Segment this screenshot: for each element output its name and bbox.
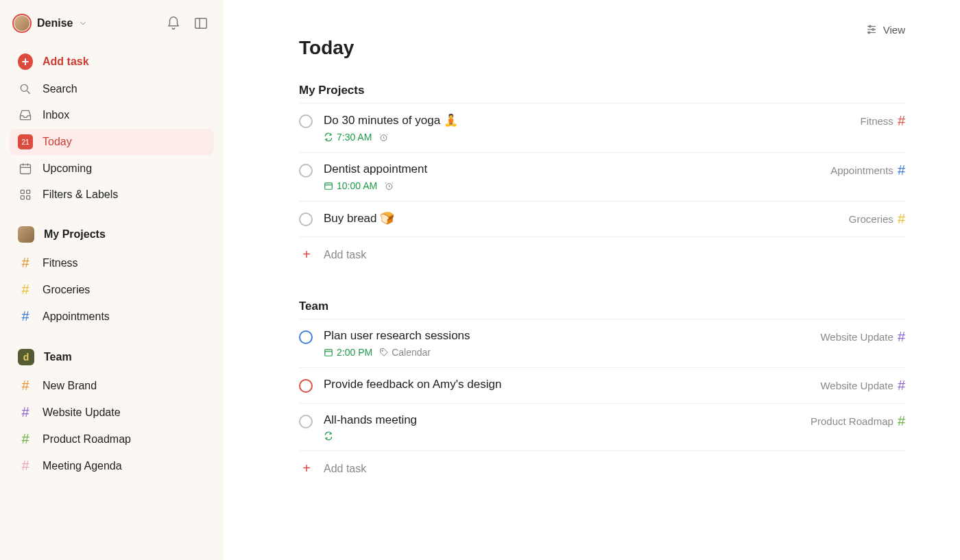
task-meta: 2:00 PMCalendar	[324, 347, 784, 358]
add-task-inline[interactable]: +Add task	[299, 237, 905, 272]
task-project-tag[interactable]: Fitness#	[861, 113, 905, 129]
hash-icon: #	[898, 113, 905, 129]
task-row[interactable]: Do 30 minutes of yoga 🧘7:30 AMFitness#	[299, 104, 905, 153]
task-title: Plan user research sessions	[324, 329, 784, 343]
task-title: Do 30 minutes of yoga 🧘	[324, 113, 784, 127]
task-title: All-hands meeting	[324, 413, 784, 427]
task-checkbox[interactable]	[299, 212, 313, 226]
sidebar-section-my-projects[interactable]: My Projects	[10, 221, 214, 248]
task-project-tag[interactable]: Website Update#	[820, 329, 905, 345]
sidebar-item-search[interactable]: Search	[10, 77, 214, 101]
hash-icon: #	[18, 308, 33, 324]
svg-rect-9	[27, 190, 30, 193]
task-row[interactable]: Buy bread 🍞Groceries#	[299, 202, 905, 237]
alarm-icon	[384, 181, 394, 191]
task-row[interactable]: Plan user research sessions2:00 PMCalend…	[299, 319, 905, 368]
account-switcher[interactable]: Denise	[12, 14, 88, 33]
hash-icon: #	[898, 378, 905, 393]
recurring-icon	[324, 431, 333, 441]
hash-icon: #	[18, 431, 33, 447]
hash-icon: #	[18, 282, 33, 297]
task-time: 10:00 AM	[337, 180, 377, 191]
chevron-down-icon	[78, 19, 88, 28]
avatar	[12, 14, 32, 33]
sidebar-item-label: Product Roadmap	[43, 433, 131, 446]
plus-icon: +	[299, 247, 314, 263]
task-section: TeamPlan user research sessions2:00 PMCa…	[299, 300, 905, 486]
sidebar-project-item[interactable]: #Meeting Agenda	[10, 452, 214, 479]
task-project-label: Website Update	[820, 331, 893, 343]
task-row[interactable]: Provide feedback on Amy's designWebsite …	[299, 368, 905, 404]
sidebar-top: Denise	[10, 11, 214, 47]
sidebar-item-label: New Brand	[43, 380, 97, 392]
svg-rect-4	[21, 165, 31, 173]
task-project-tag[interactable]: Website Update#	[820, 378, 905, 393]
task-row[interactable]: Dentist appointment10:00 AMAppointments#	[299, 153, 905, 202]
section-title: Team	[299, 300, 905, 313]
team-avatar-icon: d	[18, 349, 34, 365]
hash-icon: #	[18, 458, 33, 474]
calendar-upcoming-icon	[18, 162, 33, 175]
task-checkbox[interactable]	[299, 415, 313, 428]
sliders-icon	[865, 23, 878, 36]
sidebar-project-item[interactable]: #Appointments	[10, 303, 214, 330]
task-checkbox[interactable]	[299, 330, 313, 344]
account-name: Denise	[37, 17, 73, 29]
toggle-sidebar-icon[interactable]	[193, 16, 208, 31]
task-checkbox[interactable]	[299, 379, 313, 393]
task-project-tag[interactable]: Groceries#	[849, 211, 905, 227]
sidebar-item-upcoming[interactable]: Upcoming	[10, 156, 214, 181]
view-button[interactable]: View	[299, 23, 905, 36]
sidebar-item-label: Fitness	[43, 257, 78, 269]
sidebar-project-item[interactable]: #Groceries	[10, 276, 214, 303]
hash-icon: #	[898, 162, 905, 178]
sidebar-item-filters[interactable]: Filters & Labels	[10, 182, 214, 207]
svg-line-3	[27, 91, 30, 94]
hash-icon: #	[18, 404, 33, 420]
svg-rect-19	[325, 183, 333, 189]
sidebar: Denise + Add task Search Inbox 21	[0, 0, 224, 560]
sidebar-project-item[interactable]: #Fitness	[10, 249, 214, 276]
task-checkbox[interactable]	[299, 114, 313, 128]
alarm-icon	[379, 132, 389, 143]
task-title: Dentist appointment	[324, 162, 784, 176]
sidebar-section-team[interactable]: d Team	[10, 343, 214, 371]
sidebar-item-label: Search	[43, 83, 77, 95]
sidebar-item-label: Meeting Agenda	[43, 460, 122, 472]
search-icon	[18, 82, 33, 96]
sidebar-item-label: Appointments	[43, 311, 110, 323]
hash-icon: #	[898, 211, 905, 227]
sidebar-item-label: Website Update	[43, 406, 121, 419]
task-project-label: Groceries	[849, 213, 893, 225]
task-row[interactable]: All-hands meetingProduct Roadmap#	[299, 404, 905, 451]
view-label: View	[883, 24, 905, 36]
main-content: View Today My ProjectsDo 30 minutes of y…	[224, 0, 960, 560]
task-time: 2:00 PM	[337, 347, 372, 358]
add-task-button[interactable]: + Add task	[10, 48, 214, 75]
sidebar-item-label: Today	[43, 136, 72, 148]
sidebar-item-inbox[interactable]: Inbox	[10, 103, 214, 127]
add-task-inline[interactable]: +Add task	[299, 451, 905, 486]
task-project-tag[interactable]: Appointments#	[830, 162, 905, 178]
task-meta: 7:30 AM	[324, 132, 784, 143]
task-project-label: Appointments	[830, 165, 893, 176]
task-project-label: Website Update	[820, 380, 893, 391]
task-project-tag[interactable]: Product Roadmap#	[811, 413, 905, 429]
add-task-label: Add task	[324, 249, 366, 261]
sidebar-item-today[interactable]: 21 Today	[10, 129, 214, 155]
inbox-icon	[18, 108, 33, 122]
sidebar-project-item[interactable]: #New Brand	[10, 372, 214, 399]
calendar-today-icon: 21	[18, 134, 33, 149]
task-title: Buy bread 🍞	[324, 211, 784, 226]
sidebar-project-item[interactable]: #Product Roadmap	[10, 426, 214, 452]
task-checkbox[interactable]	[299, 164, 313, 178]
hash-icon: #	[898, 329, 905, 345]
calendar-icon	[324, 181, 333, 191]
task-project-label: Product Roadmap	[811, 415, 893, 427]
task-list: Do 30 minutes of yoga 🧘7:30 AMFitness#De…	[299, 103, 905, 237]
notifications-icon[interactable]	[166, 16, 181, 31]
sidebar-project-item[interactable]: #Website Update	[10, 399, 214, 426]
svg-rect-11	[27, 196, 30, 199]
my-projects-avatar-icon	[18, 226, 34, 243]
add-task-label: Add task	[324, 463, 366, 475]
